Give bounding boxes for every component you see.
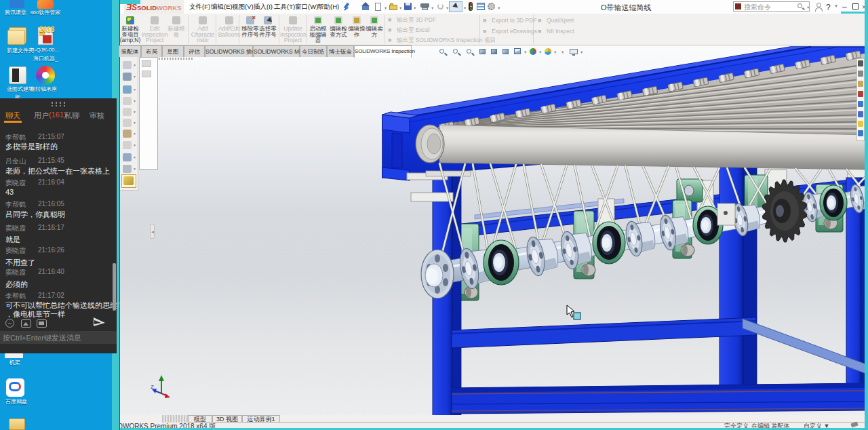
svg-text:Z: Z	[151, 384, 154, 390]
